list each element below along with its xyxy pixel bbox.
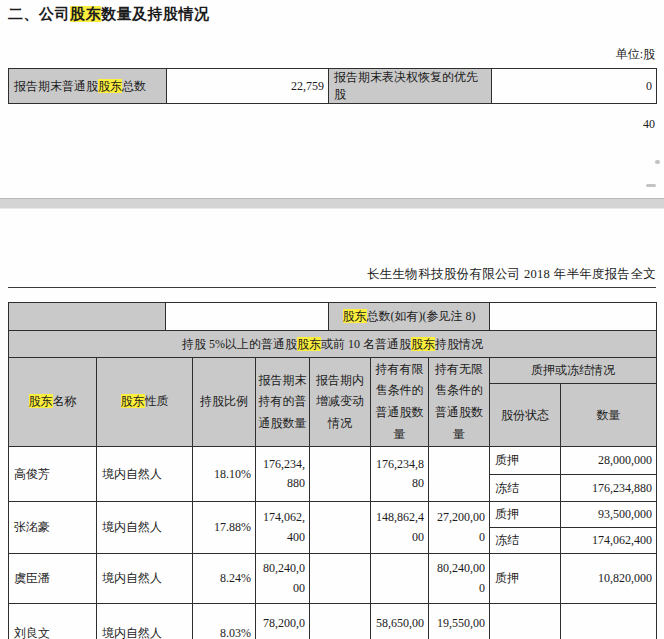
shareholder-nature: 境内自然人 xyxy=(97,502,193,554)
shareholding-ratio: 8.03% xyxy=(193,604,256,639)
col-header-unrestricted: 持有无限售条件的普通股数量 xyxy=(429,358,490,447)
shareholder-name: 张洺豪 xyxy=(9,502,97,554)
restricted-shares: 148,862,400 xyxy=(371,502,429,554)
page-divider xyxy=(0,198,664,209)
period-end-shares: 78,200,000 xyxy=(256,604,310,639)
header-rule xyxy=(8,287,656,288)
unrestricted-shares: 27,200,000 xyxy=(429,502,490,554)
shareholder-count-table: 报告期末普通股股东总数 22,759 报告期末表决权恢复的优先股 0 xyxy=(8,68,657,104)
pledge-qty: 10,820,000 xyxy=(561,554,657,604)
col-header-pledge-qty: 数量 xyxy=(561,384,657,447)
report-header: 长生生物科技股份有限公司 2018 年半年度报告全文 xyxy=(367,266,656,283)
section-title-post: 数量及持股情况 xyxy=(101,6,210,22)
pledge-qty xyxy=(561,604,657,639)
unit-note: 单位:股 xyxy=(616,46,655,63)
unrestricted-shares: 19,550,000 xyxy=(429,604,490,639)
highlight-gudong: 股东 xyxy=(29,394,53,408)
col-header-name: 股东名称 xyxy=(9,358,97,447)
highlight-gudong: 股东 xyxy=(343,309,367,323)
period-end-shares: 80,240,000 xyxy=(256,554,310,604)
caption-row: 持股 5%以上的普通股股东或前 10 名普通股股东持股情况 xyxy=(9,331,657,358)
preferred-shareholders-value: 0 xyxy=(492,69,657,104)
shareholding-ratio: 8.24% xyxy=(193,554,256,604)
restricted-shares: 176,234,880 xyxy=(371,447,429,502)
col-header-pledge: 质押或冻结情况 xyxy=(490,358,657,384)
caption-seg: 持股 5%以上的普通股 xyxy=(182,337,297,351)
total-row: 股东总数(如有)(参见注 8) xyxy=(9,303,657,331)
total-row-empty-left xyxy=(9,303,166,331)
period-end-shares: 176,234,880 xyxy=(256,447,310,502)
label-post: 总数 xyxy=(122,79,146,93)
col-header-ratio: 持股比例 xyxy=(193,358,256,447)
change-cell xyxy=(310,554,371,604)
restricted-shares: 58,650,000 xyxy=(371,604,429,639)
change-cell xyxy=(310,604,371,639)
total-row-blank xyxy=(166,303,329,331)
caption-seg: 或前 10 名普通股 xyxy=(321,337,411,351)
label-pre: 报告期末普通股 xyxy=(14,79,98,93)
change-cell xyxy=(310,447,371,502)
table-row: 虞臣潘 境内自然人 8.24% 80,240,000 80,240,000 质押… xyxy=(9,554,657,604)
scan-artifact xyxy=(655,160,660,164)
pledge-status: 冻结 xyxy=(490,528,561,554)
unrestricted-shares: 80,240,000 xyxy=(429,554,490,604)
pledge-qty: 28,000,000 xyxy=(561,447,657,475)
unrestricted-shares xyxy=(429,447,490,502)
highlight-gudong: 股东 xyxy=(121,394,145,408)
highlight-gudong: 股东 xyxy=(297,337,321,351)
pledge-qty: 176,234,880 xyxy=(561,475,657,502)
header-text: 名称 xyxy=(53,394,77,408)
pledge-status xyxy=(490,604,561,639)
header-text: 性质 xyxy=(145,394,169,408)
pledge-status: 质押 xyxy=(490,502,561,528)
total-label-post: 总数(如有)(参见注 8) xyxy=(367,309,476,323)
col-header-period-end: 报告期末持有的普通股数量 xyxy=(256,358,310,447)
report-page: 二、公司股东数量及持股情况 单位:股 报告期末普通股股东总数 22,759 报告… xyxy=(0,0,664,639)
preferred-shareholders-label: 报告期末表决权恢复的优先股 xyxy=(329,69,492,104)
pledge-status: 冻结 xyxy=(490,475,561,502)
page-number: 40 xyxy=(643,117,655,132)
table-row: 高俊芳 境内自然人 18.10% 176,234,880 176,234,880… xyxy=(9,447,657,475)
highlight-gudong: 股东 xyxy=(411,337,435,351)
table-row: 张洺豪 境内自然人 17.88% 174,062,400 148,862,400… xyxy=(9,502,657,528)
pledge-status: 质押 xyxy=(490,554,561,604)
scan-artifact xyxy=(646,184,656,187)
highlight-gudong: 股东 xyxy=(98,79,122,93)
table-row: 刘良文 境内自然人 8.03% 78,200,000 58,650,000 19… xyxy=(9,604,657,639)
shareholder-nature: 境内自然人 xyxy=(97,447,193,502)
change-cell xyxy=(310,502,371,554)
col-header-change: 报告期内增减变动情况 xyxy=(310,358,371,447)
section-title: 二、公司股东数量及持股情况 xyxy=(8,5,210,24)
shareholding-ratio: 17.88% xyxy=(193,502,256,554)
pledge-qty: 174,062,400 xyxy=(561,528,657,554)
common-shareholders-value: 22,759 xyxy=(167,69,329,104)
col-header-pledge-status: 股份状态 xyxy=(490,384,561,447)
major-shareholders-table: 股东总数(如有)(参见注 8) 持股 5%以上的普通股股东或前 10 名普通股股… xyxy=(8,302,657,639)
shareholding-ratio: 18.10% xyxy=(193,447,256,502)
table-row: 报告期末普通股股东总数 22,759 报告期末表决权恢复的优先股 0 xyxy=(9,69,657,104)
shareholder-name: 虞臣潘 xyxy=(9,554,97,604)
pledge-qty: 93,500,000 xyxy=(561,502,657,528)
shareholder-nature: 境内自然人 xyxy=(97,554,193,604)
shareholder-name: 高俊芳 xyxy=(9,447,97,502)
shareholder-nature: 境内自然人 xyxy=(97,604,193,639)
shareholder-name: 刘良文 xyxy=(9,604,97,639)
period-end-shares: 174,062,400 xyxy=(256,502,310,554)
table-caption: 持股 5%以上的普通股股东或前 10 名普通股股东持股情况 xyxy=(9,331,657,358)
restricted-shares xyxy=(371,554,429,604)
shareholder-total-label: 股东总数(如有)(参见注 8) xyxy=(329,303,490,331)
header-row-top: 股东名称 股东性质 持股比例 报告期末持有的普通股数量 报告期内增减变动情况 持… xyxy=(9,358,657,384)
highlight-gudong: 股东 xyxy=(70,6,101,22)
pledge-status: 质押 xyxy=(490,447,561,475)
total-row-blank-right xyxy=(490,303,657,331)
section-title-pre: 二、公司 xyxy=(8,6,70,22)
caption-seg: 持股情况 xyxy=(435,337,483,351)
col-header-nature: 股东性质 xyxy=(97,358,193,447)
common-shareholders-label: 报告期末普通股股东总数 xyxy=(9,69,167,104)
col-header-restricted: 持有有限售条件的普通股数量 xyxy=(371,358,429,447)
